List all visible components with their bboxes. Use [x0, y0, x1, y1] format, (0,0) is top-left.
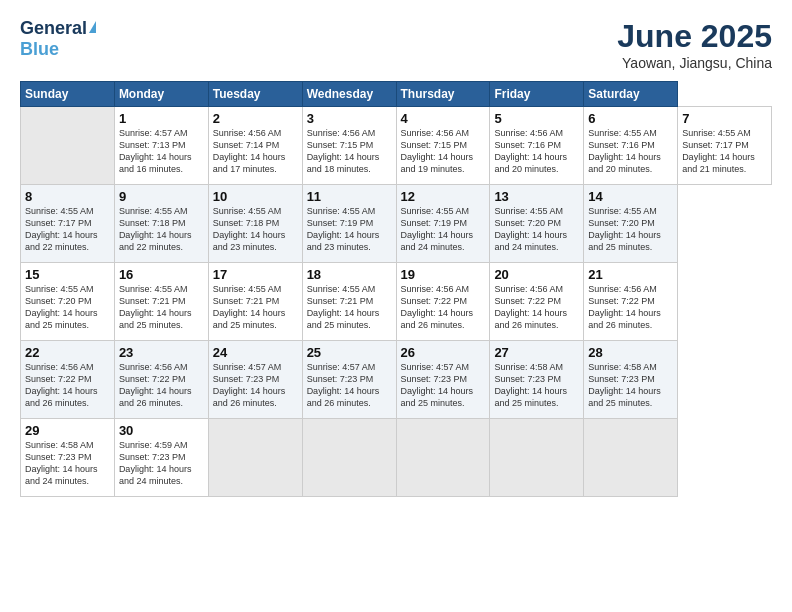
- day-info: Sunrise: 4:56 AMSunset: 7:22 PMDaylight:…: [401, 283, 486, 332]
- table-row: 4Sunrise: 4:56 AMSunset: 7:15 PMDaylight…: [396, 107, 490, 185]
- day-info: Sunrise: 4:57 AMSunset: 7:13 PMDaylight:…: [119, 127, 204, 176]
- weekday-header-friday: Friday: [490, 82, 584, 107]
- table-row: 12Sunrise: 4:55 AMSunset: 7:19 PMDayligh…: [396, 185, 490, 263]
- day-number: 17: [213, 267, 298, 282]
- day-info: Sunrise: 4:56 AMSunset: 7:14 PMDaylight:…: [213, 127, 298, 176]
- day-info: Sunrise: 4:55 AMSunset: 7:20 PMDaylight:…: [494, 205, 579, 254]
- logo: General Blue: [20, 18, 96, 60]
- day-number: 22: [25, 345, 110, 360]
- day-number: 11: [307, 189, 392, 204]
- day-number: 21: [588, 267, 673, 282]
- day-info: Sunrise: 4:57 AMSunset: 7:23 PMDaylight:…: [213, 361, 298, 410]
- day-info: Sunrise: 4:58 AMSunset: 7:23 PMDaylight:…: [588, 361, 673, 410]
- table-row: 11Sunrise: 4:55 AMSunset: 7:19 PMDayligh…: [302, 185, 396, 263]
- page-header: General Blue June 2025 Yaowan, Jiangsu, …: [20, 18, 772, 71]
- table-row: 17Sunrise: 4:55 AMSunset: 7:21 PMDayligh…: [208, 263, 302, 341]
- table-row: 10Sunrise: 4:55 AMSunset: 7:18 PMDayligh…: [208, 185, 302, 263]
- table-row: 19Sunrise: 4:56 AMSunset: 7:22 PMDayligh…: [396, 263, 490, 341]
- location-title: Yaowan, Jiangsu, China: [617, 55, 772, 71]
- day-info: Sunrise: 4:56 AMSunset: 7:22 PMDaylight:…: [588, 283, 673, 332]
- table-row: 3Sunrise: 4:56 AMSunset: 7:15 PMDaylight…: [302, 107, 396, 185]
- table-row: 8Sunrise: 4:55 AMSunset: 7:17 PMDaylight…: [21, 185, 115, 263]
- day-number: 29: [25, 423, 110, 438]
- day-info: Sunrise: 4:55 AMSunset: 7:21 PMDaylight:…: [307, 283, 392, 332]
- day-number: 3: [307, 111, 392, 126]
- day-number: 24: [213, 345, 298, 360]
- table-row: 15Sunrise: 4:55 AMSunset: 7:20 PMDayligh…: [21, 263, 115, 341]
- table-row: [490, 419, 584, 497]
- day-number: 7: [682, 111, 767, 126]
- table-row: 16Sunrise: 4:55 AMSunset: 7:21 PMDayligh…: [114, 263, 208, 341]
- day-info: Sunrise: 4:56 AMSunset: 7:22 PMDaylight:…: [494, 283, 579, 332]
- day-info: Sunrise: 4:57 AMSunset: 7:23 PMDaylight:…: [401, 361, 486, 410]
- day-number: 2: [213, 111, 298, 126]
- table-row: 29Sunrise: 4:58 AMSunset: 7:23 PMDayligh…: [21, 419, 115, 497]
- table-row: 27Sunrise: 4:58 AMSunset: 7:23 PMDayligh…: [490, 341, 584, 419]
- month-title: June 2025: [617, 18, 772, 55]
- day-number: 18: [307, 267, 392, 282]
- day-number: 13: [494, 189, 579, 204]
- table-row: 7Sunrise: 4:55 AMSunset: 7:17 PMDaylight…: [678, 107, 772, 185]
- day-info: Sunrise: 4:56 AMSunset: 7:15 PMDaylight:…: [401, 127, 486, 176]
- logo-blue-text: Blue: [20, 39, 59, 59]
- day-number: 25: [307, 345, 392, 360]
- table-row: 25Sunrise: 4:57 AMSunset: 7:23 PMDayligh…: [302, 341, 396, 419]
- weekday-header-wednesday: Wednesday: [302, 82, 396, 107]
- day-info: Sunrise: 4:55 AMSunset: 7:19 PMDaylight:…: [401, 205, 486, 254]
- table-row: [21, 107, 115, 185]
- weekday-header-monday: Monday: [114, 82, 208, 107]
- day-info: Sunrise: 4:59 AMSunset: 7:23 PMDaylight:…: [119, 439, 204, 488]
- day-number: 30: [119, 423, 204, 438]
- day-info: Sunrise: 4:57 AMSunset: 7:23 PMDaylight:…: [307, 361, 392, 410]
- table-row: 30Sunrise: 4:59 AMSunset: 7:23 PMDayligh…: [114, 419, 208, 497]
- day-number: 27: [494, 345, 579, 360]
- day-number: 10: [213, 189, 298, 204]
- table-row: 2Sunrise: 4:56 AMSunset: 7:14 PMDaylight…: [208, 107, 302, 185]
- table-row: 23Sunrise: 4:56 AMSunset: 7:22 PMDayligh…: [114, 341, 208, 419]
- day-info: Sunrise: 4:55 AMSunset: 7:21 PMDaylight:…: [119, 283, 204, 332]
- day-info: Sunrise: 4:58 AMSunset: 7:23 PMDaylight:…: [494, 361, 579, 410]
- day-number: 8: [25, 189, 110, 204]
- day-info: Sunrise: 4:56 AMSunset: 7:22 PMDaylight:…: [119, 361, 204, 410]
- table-row: 6Sunrise: 4:55 AMSunset: 7:16 PMDaylight…: [584, 107, 678, 185]
- table-row: [208, 419, 302, 497]
- day-info: Sunrise: 4:55 AMSunset: 7:19 PMDaylight:…: [307, 205, 392, 254]
- day-number: 14: [588, 189, 673, 204]
- day-info: Sunrise: 4:55 AMSunset: 7:20 PMDaylight:…: [25, 283, 110, 332]
- day-info: Sunrise: 4:56 AMSunset: 7:16 PMDaylight:…: [494, 127, 579, 176]
- day-number: 19: [401, 267, 486, 282]
- table-row: 18Sunrise: 4:55 AMSunset: 7:21 PMDayligh…: [302, 263, 396, 341]
- day-info: Sunrise: 4:56 AMSunset: 7:15 PMDaylight:…: [307, 127, 392, 176]
- weekday-header-tuesday: Tuesday: [208, 82, 302, 107]
- day-info: Sunrise: 4:56 AMSunset: 7:22 PMDaylight:…: [25, 361, 110, 410]
- weekday-header-thursday: Thursday: [396, 82, 490, 107]
- weekday-header-sunday: Sunday: [21, 82, 115, 107]
- title-block: June 2025 Yaowan, Jiangsu, China: [617, 18, 772, 71]
- logo-general-text: General: [20, 18, 87, 39]
- day-info: Sunrise: 4:55 AMSunset: 7:17 PMDaylight:…: [25, 205, 110, 254]
- table-row: 24Sunrise: 4:57 AMSunset: 7:23 PMDayligh…: [208, 341, 302, 419]
- table-row: 22Sunrise: 4:56 AMSunset: 7:22 PMDayligh…: [21, 341, 115, 419]
- day-number: 28: [588, 345, 673, 360]
- table-row: 1Sunrise: 4:57 AMSunset: 7:13 PMDaylight…: [114, 107, 208, 185]
- day-info: Sunrise: 4:55 AMSunset: 7:17 PMDaylight:…: [682, 127, 767, 176]
- table-row: 14Sunrise: 4:55 AMSunset: 7:20 PMDayligh…: [584, 185, 678, 263]
- weekday-header-saturday: Saturday: [584, 82, 678, 107]
- table-row: 28Sunrise: 4:58 AMSunset: 7:23 PMDayligh…: [584, 341, 678, 419]
- day-number: 23: [119, 345, 204, 360]
- day-info: Sunrise: 4:55 AMSunset: 7:16 PMDaylight:…: [588, 127, 673, 176]
- table-row: [396, 419, 490, 497]
- day-number: 5: [494, 111, 579, 126]
- day-number: 1: [119, 111, 204, 126]
- day-info: Sunrise: 4:55 AMSunset: 7:18 PMDaylight:…: [213, 205, 298, 254]
- day-number: 12: [401, 189, 486, 204]
- logo-icon: [89, 21, 96, 33]
- table-row: 21Sunrise: 4:56 AMSunset: 7:22 PMDayligh…: [584, 263, 678, 341]
- table-row: [584, 419, 678, 497]
- table-row: 26Sunrise: 4:57 AMSunset: 7:23 PMDayligh…: [396, 341, 490, 419]
- day-number: 9: [119, 189, 204, 204]
- day-info: Sunrise: 4:55 AMSunset: 7:20 PMDaylight:…: [588, 205, 673, 254]
- table-row: 9Sunrise: 4:55 AMSunset: 7:18 PMDaylight…: [114, 185, 208, 263]
- day-number: 15: [25, 267, 110, 282]
- day-number: 16: [119, 267, 204, 282]
